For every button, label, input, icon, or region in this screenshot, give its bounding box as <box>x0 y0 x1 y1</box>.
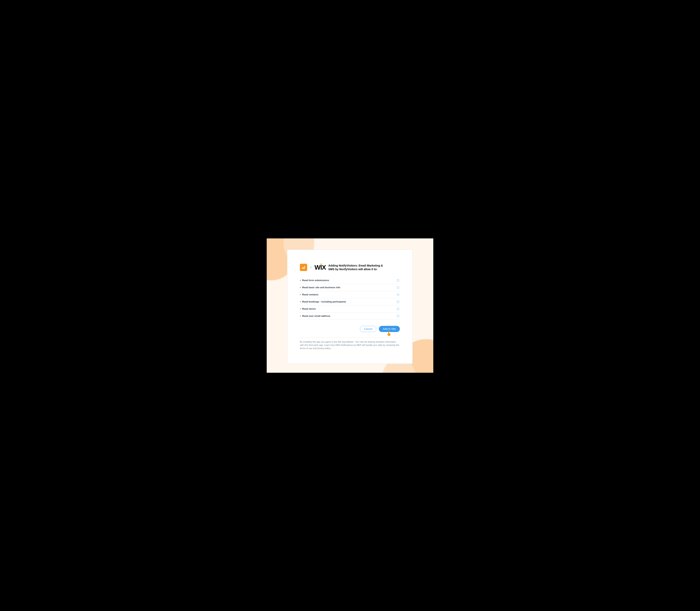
permission-row: Read basic site and business info i <box>300 284 400 291</box>
svg-rect-0 <box>302 268 303 269</box>
permission-label: Read bookings - including participants <box>300 300 346 303</box>
wix-x: X <box>322 264 326 271</box>
cancel-button[interactable]: Cancel <box>360 326 376 332</box>
permissions-list: Read form submissions i Read basic site … <box>300 277 400 320</box>
permission-label: Read contacts <box>300 293 318 296</box>
wix-w: W <box>315 264 320 271</box>
app-icon <box>300 264 307 271</box>
analytics-icon <box>302 265 306 269</box>
dialog-title: Adding NotifyVisitors: Email Marketing &… <box>328 264 387 271</box>
permission-row: Read bookings - including participants i <box>300 298 400 306</box>
add-to-site-button[interactable]: Add to Site <box>379 326 400 332</box>
dialog-header: + WIX Adding NotifyVisitors: Email Marke… <box>300 264 400 271</box>
permission-row: Read contacts i <box>300 291 400 298</box>
info-icon[interactable]: i <box>397 308 399 310</box>
dialog-actions: Cancel Add to Site <box>300 326 400 332</box>
permission-label: Read form submissions <box>300 279 329 282</box>
info-icon[interactable]: i <box>397 286 399 289</box>
info-icon[interactable]: i <box>397 300 399 303</box>
page-background: + WIX Adding NotifyVisitors: Email Marke… <box>267 238 433 373</box>
permission-label: Read your email address <box>300 315 330 317</box>
svg-rect-1 <box>303 268 304 269</box>
legal-text: By installing this app you agree to the … <box>300 340 400 350</box>
permission-row: Read form submissions i <box>300 277 400 284</box>
divider <box>300 338 400 338</box>
info-icon[interactable]: i <box>397 279 399 282</box>
wix-logo: WIX <box>315 264 326 271</box>
info-icon[interactable]: i <box>397 294 399 296</box>
svg-rect-2 <box>304 267 305 269</box>
wix-i: I <box>320 264 322 271</box>
permission-label: Read basic site and business info <box>300 286 340 289</box>
consent-dialog: + WIX Adding NotifyVisitors: Email Marke… <box>287 250 412 364</box>
permission-row: Read your email address i <box>300 313 400 320</box>
permission-label: Read stores <box>300 308 316 310</box>
info-icon[interactable]: i <box>397 315 399 317</box>
plus-icon: + <box>310 265 312 270</box>
permission-row: Read stores i <box>300 306 400 313</box>
